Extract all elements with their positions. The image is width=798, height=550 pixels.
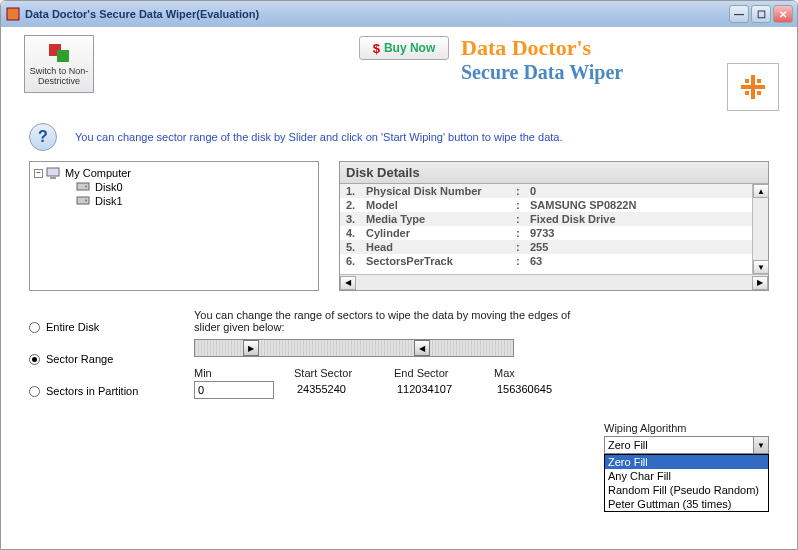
end-sector-label: End Sector <box>394 367 474 379</box>
tree-collapse-icon[interactable]: − <box>34 169 43 178</box>
svg-point-14 <box>85 200 87 202</box>
switch-icon <box>47 42 71 64</box>
horizontal-scrollbar[interactable]: ◀ ▶ <box>340 274 768 290</box>
content-area: Switch to Non-Destrictive $ Buy Now Data… <box>1 27 797 547</box>
svg-rect-4 <box>751 75 755 99</box>
radio-label: Sector Range <box>46 353 113 365</box>
disk-details-header: Disk Details <box>340 162 768 184</box>
disk-icon <box>76 181 90 193</box>
svg-rect-8 <box>757 91 761 95</box>
svg-rect-10 <box>50 177 56 179</box>
dollar-icon: $ <box>373 41 380 56</box>
radio-icon <box>29 386 40 397</box>
switch-mode-label: Switch to Non-Destrictive <box>25 66 93 86</box>
slider-handle-start[interactable]: ▶ <box>243 340 259 356</box>
svg-rect-7 <box>745 91 749 95</box>
radio-entire-disk[interactable]: Entire Disk <box>29 321 169 333</box>
slider-handle-end[interactable]: ◀ <box>414 340 430 356</box>
svg-rect-5 <box>745 79 749 83</box>
scroll-right-icon[interactable]: ▶ <box>752 276 768 290</box>
app-icon <box>5 6 21 22</box>
scroll-down-icon[interactable]: ▼ <box>753 260 769 274</box>
max-label: Max <box>494 367 574 379</box>
radio-label: Entire Disk <box>46 321 99 333</box>
brand-line-1: Data Doctor's <box>461 35 623 61</box>
tree-root[interactable]: − My Computer <box>34 166 314 180</box>
svg-rect-11 <box>77 183 89 190</box>
algorithm-option[interactable]: Random Fill (Pseudo Random) <box>605 483 768 497</box>
switch-mode-button[interactable]: Switch to Non-Destrictive <box>24 35 94 93</box>
help-icon[interactable]: ? <box>29 123 57 151</box>
minimize-button[interactable]: — <box>729 5 749 23</box>
close-button[interactable]: ✕ <box>773 5 793 23</box>
radio-icon <box>29 354 40 365</box>
algorithm-option[interactable]: Any Char Fill <box>605 469 768 483</box>
details-row: 3.Media Type:Fixed Disk Drive <box>340 212 768 226</box>
window-title: Data Doctor's Secure Data Wiper(Evaluati… <box>25 8 729 20</box>
buy-now-label: Buy Now <box>384 41 435 55</box>
info-text: You can change sector range of the disk … <box>75 131 562 143</box>
vertical-scrollbar[interactable]: ▲ ▼ <box>752 184 768 274</box>
tree-item-label: Disk0 <box>95 181 123 193</box>
disk-icon <box>76 195 90 207</box>
details-row: 1.Physical Disk Number:0 <box>340 184 768 198</box>
radio-icon <box>29 322 40 333</box>
details-row: 6.SectorsPerTrack:63 <box>340 254 768 268</box>
scroll-up-icon[interactable]: ▲ <box>753 184 769 198</box>
scroll-left-icon[interactable]: ◀ <box>340 276 356 290</box>
algorithm-select[interactable]: Zero Fill ▼ <box>604 436 769 454</box>
tree-item-label: Disk1 <box>95 195 123 207</box>
dropdown-arrow-icon: ▼ <box>753 437 768 453</box>
radio-sector-range[interactable]: Sector Range <box>29 353 169 365</box>
tree-item-disk0[interactable]: Disk0 <box>34 180 314 194</box>
computer-icon <box>46 167 60 179</box>
svg-rect-9 <box>47 168 59 176</box>
start-sector-label: Start Sector <box>294 367 374 379</box>
svg-rect-6 <box>757 79 761 83</box>
min-label: Min <box>194 367 274 379</box>
details-row: 5.Head:255 <box>340 240 768 254</box>
titlebar: Data Doctor's Secure Data Wiper(Evaluati… <box>1 1 797 27</box>
svg-point-12 <box>85 186 87 188</box>
tree-root-label: My Computer <box>65 167 131 179</box>
window-frame: Data Doctor's Secure Data Wiper(Evaluati… <box>0 0 798 550</box>
end-sector-value: 112034107 <box>394 381 474 397</box>
buy-now-button[interactable]: $ Buy Now <box>359 36 449 60</box>
disk-details-panel: Disk Details 1.Physical Disk Number:02.M… <box>339 161 769 291</box>
details-row: 2.Model:SAMSUNG SP0822N <box>340 198 768 212</box>
brand-logo <box>727 63 779 111</box>
slider-hint: You can change the range of sectors to w… <box>194 309 574 333</box>
svg-rect-13 <box>77 197 89 204</box>
min-input[interactable] <box>194 381 274 399</box>
tree-item-disk1[interactable]: Disk1 <box>34 194 314 208</box>
brand-line-2: Secure Data Wiper <box>461 61 623 84</box>
maximize-button[interactable]: ☐ <box>751 5 771 23</box>
brand-block: Data Doctor's Secure Data Wiper <box>461 35 623 84</box>
radio-sectors-partition[interactable]: Sectors in Partition <box>29 385 169 397</box>
start-sector-value: 24355240 <box>294 381 374 397</box>
radio-label: Sectors in Partition <box>46 385 138 397</box>
details-row: 4.Cylinder:9733 <box>340 226 768 240</box>
disk-tree[interactable]: − My Computer Disk0 <box>29 161 319 291</box>
algorithm-selected-value: Zero Fill <box>608 439 648 451</box>
svg-rect-0 <box>7 8 19 20</box>
algorithm-label: Wiping Algorithm <box>604 422 769 434</box>
svg-rect-2 <box>57 50 69 62</box>
algorithm-option[interactable]: Zero Fill <box>605 455 768 469</box>
sector-slider[interactable]: ▶ ◀ <box>194 339 514 357</box>
algorithm-dropdown: Zero FillAny Char FillRandom Fill (Pseud… <box>604 454 769 512</box>
algorithm-option[interactable]: Peter Guttman (35 times) <box>605 497 768 511</box>
max-value: 156360645 <box>494 381 574 397</box>
